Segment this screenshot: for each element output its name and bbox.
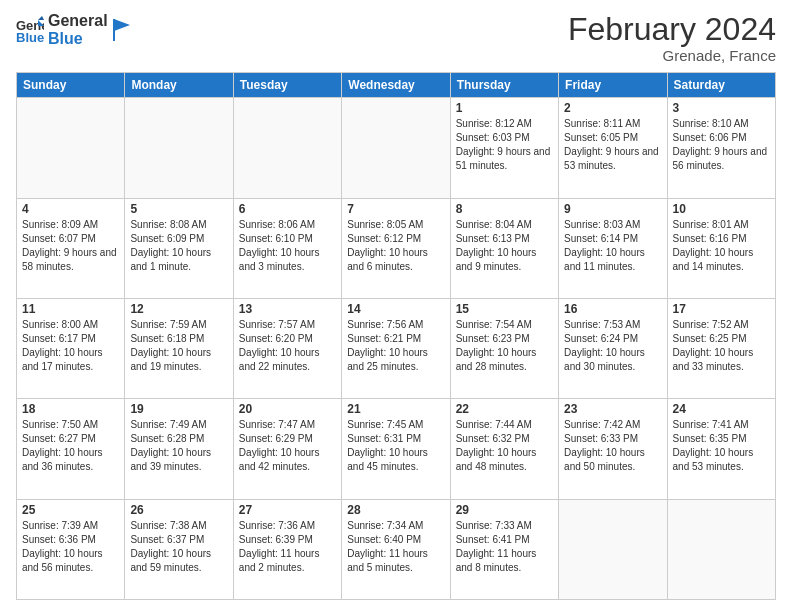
calendar-week-row: 4Sunrise: 8:09 AM Sunset: 6:07 PM Daylig… xyxy=(17,198,776,298)
day-info: Sunrise: 7:47 AM Sunset: 6:29 PM Dayligh… xyxy=(239,418,336,474)
day-info: Sunrise: 8:05 AM Sunset: 6:12 PM Dayligh… xyxy=(347,218,444,274)
calendar-cell: 22Sunrise: 7:44 AM Sunset: 6:32 PM Dayli… xyxy=(450,399,558,499)
calendar-cell: 3Sunrise: 8:10 AM Sunset: 6:06 PM Daylig… xyxy=(667,98,775,198)
day-number: 23 xyxy=(564,402,661,416)
calendar-cell: 7Sunrise: 8:05 AM Sunset: 6:12 PM Daylig… xyxy=(342,198,450,298)
day-info: Sunrise: 7:45 AM Sunset: 6:31 PM Dayligh… xyxy=(347,418,444,474)
calendar-cell: 29Sunrise: 7:33 AM Sunset: 6:41 PM Dayli… xyxy=(450,499,558,599)
day-number: 16 xyxy=(564,302,661,316)
svg-marker-5 xyxy=(114,19,130,31)
day-info: Sunrise: 8:08 AM Sunset: 6:09 PM Dayligh… xyxy=(130,218,227,274)
day-number: 26 xyxy=(130,503,227,517)
logo-general: General xyxy=(48,12,108,30)
calendar-week-row: 18Sunrise: 7:50 AM Sunset: 6:27 PM Dayli… xyxy=(17,399,776,499)
day-number: 25 xyxy=(22,503,119,517)
calendar-cell: 8Sunrise: 8:04 AM Sunset: 6:13 PM Daylig… xyxy=(450,198,558,298)
calendar-cell: 19Sunrise: 7:49 AM Sunset: 6:28 PM Dayli… xyxy=(125,399,233,499)
day-number: 7 xyxy=(347,202,444,216)
calendar-cell: 25Sunrise: 7:39 AM Sunset: 6:36 PM Dayli… xyxy=(17,499,125,599)
calendar-cell: 23Sunrise: 7:42 AM Sunset: 6:33 PM Dayli… xyxy=(559,399,667,499)
calendar-cell xyxy=(233,98,341,198)
calendar-cell: 16Sunrise: 7:53 AM Sunset: 6:24 PM Dayli… xyxy=(559,298,667,398)
calendar-cell: 26Sunrise: 7:38 AM Sunset: 6:37 PM Dayli… xyxy=(125,499,233,599)
day-number: 13 xyxy=(239,302,336,316)
calendar-cell: 9Sunrise: 8:03 AM Sunset: 6:14 PM Daylig… xyxy=(559,198,667,298)
day-number: 3 xyxy=(673,101,770,115)
calendar-cell: 6Sunrise: 8:06 AM Sunset: 6:10 PM Daylig… xyxy=(233,198,341,298)
calendar-cell: 14Sunrise: 7:56 AM Sunset: 6:21 PM Dayli… xyxy=(342,298,450,398)
title-block: February 2024 Grenade, France xyxy=(568,12,776,64)
calendar-cell: 20Sunrise: 7:47 AM Sunset: 6:29 PM Dayli… xyxy=(233,399,341,499)
day-number: 24 xyxy=(673,402,770,416)
calendar-cell xyxy=(667,499,775,599)
day-info: Sunrise: 8:04 AM Sunset: 6:13 PM Dayligh… xyxy=(456,218,553,274)
calendar-cell: 5Sunrise: 8:08 AM Sunset: 6:09 PM Daylig… xyxy=(125,198,233,298)
day-number: 22 xyxy=(456,402,553,416)
day-info: Sunrise: 7:41 AM Sunset: 6:35 PM Dayligh… xyxy=(673,418,770,474)
day-info: Sunrise: 8:09 AM Sunset: 6:07 PM Dayligh… xyxy=(22,218,119,274)
calendar-subtitle: Grenade, France xyxy=(568,47,776,64)
day-number: 27 xyxy=(239,503,336,517)
calendar-cell xyxy=(17,98,125,198)
day-info: Sunrise: 7:54 AM Sunset: 6:23 PM Dayligh… xyxy=(456,318,553,374)
calendar-cell xyxy=(559,499,667,599)
logo-blue: Blue xyxy=(48,30,108,48)
calendar-title: February 2024 xyxy=(568,12,776,47)
weekday-wednesday: Wednesday xyxy=(342,73,450,98)
day-info: Sunrise: 7:39 AM Sunset: 6:36 PM Dayligh… xyxy=(22,519,119,575)
day-info: Sunrise: 8:12 AM Sunset: 6:03 PM Dayligh… xyxy=(456,117,553,173)
day-number: 8 xyxy=(456,202,553,216)
calendar-cell: 12Sunrise: 7:59 AM Sunset: 6:18 PM Dayli… xyxy=(125,298,233,398)
weekday-header-row: SundayMondayTuesdayWednesdayThursdayFrid… xyxy=(17,73,776,98)
day-info: Sunrise: 8:10 AM Sunset: 6:06 PM Dayligh… xyxy=(673,117,770,173)
logo-flag-icon xyxy=(112,19,130,41)
day-info: Sunrise: 7:33 AM Sunset: 6:41 PM Dayligh… xyxy=(456,519,553,575)
day-number: 17 xyxy=(673,302,770,316)
day-info: Sunrise: 8:06 AM Sunset: 6:10 PM Dayligh… xyxy=(239,218,336,274)
weekday-sunday: Sunday xyxy=(17,73,125,98)
day-info: Sunrise: 8:03 AM Sunset: 6:14 PM Dayligh… xyxy=(564,218,661,274)
day-number: 1 xyxy=(456,101,553,115)
day-number: 4 xyxy=(22,202,119,216)
day-number: 28 xyxy=(347,503,444,517)
calendar-cell: 13Sunrise: 7:57 AM Sunset: 6:20 PM Dayli… xyxy=(233,298,341,398)
day-info: Sunrise: 7:56 AM Sunset: 6:21 PM Dayligh… xyxy=(347,318,444,374)
day-info: Sunrise: 7:49 AM Sunset: 6:28 PM Dayligh… xyxy=(130,418,227,474)
day-number: 12 xyxy=(130,302,227,316)
weekday-friday: Friday xyxy=(559,73,667,98)
day-number: 21 xyxy=(347,402,444,416)
calendar-cell: 17Sunrise: 7:52 AM Sunset: 6:25 PM Dayli… xyxy=(667,298,775,398)
calendar-cell: 11Sunrise: 8:00 AM Sunset: 6:17 PM Dayli… xyxy=(17,298,125,398)
day-number: 18 xyxy=(22,402,119,416)
day-info: Sunrise: 7:38 AM Sunset: 6:37 PM Dayligh… xyxy=(130,519,227,575)
calendar-week-row: 1Sunrise: 8:12 AM Sunset: 6:03 PM Daylig… xyxy=(17,98,776,198)
calendar-cell: 24Sunrise: 7:41 AM Sunset: 6:35 PM Dayli… xyxy=(667,399,775,499)
day-info: Sunrise: 7:36 AM Sunset: 6:39 PM Dayligh… xyxy=(239,519,336,575)
weekday-thursday: Thursday xyxy=(450,73,558,98)
day-number: 5 xyxy=(130,202,227,216)
day-info: Sunrise: 7:44 AM Sunset: 6:32 PM Dayligh… xyxy=(456,418,553,474)
day-number: 2 xyxy=(564,101,661,115)
logo-icon: General Blue xyxy=(16,16,44,44)
calendar-table: SundayMondayTuesdayWednesdayThursdayFrid… xyxy=(16,72,776,600)
weekday-tuesday: Tuesday xyxy=(233,73,341,98)
calendar-week-row: 25Sunrise: 7:39 AM Sunset: 6:36 PM Dayli… xyxy=(17,499,776,599)
calendar-cell: 28Sunrise: 7:34 AM Sunset: 6:40 PM Dayli… xyxy=(342,499,450,599)
calendar-cell: 15Sunrise: 7:54 AM Sunset: 6:23 PM Dayli… xyxy=(450,298,558,398)
calendar-cell: 4Sunrise: 8:09 AM Sunset: 6:07 PM Daylig… xyxy=(17,198,125,298)
day-number: 11 xyxy=(22,302,119,316)
day-number: 6 xyxy=(239,202,336,216)
calendar-cell: 10Sunrise: 8:01 AM Sunset: 6:16 PM Dayli… xyxy=(667,198,775,298)
calendar-cell: 27Sunrise: 7:36 AM Sunset: 6:39 PM Dayli… xyxy=(233,499,341,599)
day-info: Sunrise: 7:57 AM Sunset: 6:20 PM Dayligh… xyxy=(239,318,336,374)
day-info: Sunrise: 8:01 AM Sunset: 6:16 PM Dayligh… xyxy=(673,218,770,274)
day-info: Sunrise: 7:50 AM Sunset: 6:27 PM Dayligh… xyxy=(22,418,119,474)
calendar-cell: 1Sunrise: 8:12 AM Sunset: 6:03 PM Daylig… xyxy=(450,98,558,198)
page-header: General Blue General Blue February 2024 … xyxy=(16,12,776,64)
calendar-cell: 18Sunrise: 7:50 AM Sunset: 6:27 PM Dayli… xyxy=(17,399,125,499)
day-number: 10 xyxy=(673,202,770,216)
day-number: 14 xyxy=(347,302,444,316)
calendar-cell: 2Sunrise: 8:11 AM Sunset: 6:05 PM Daylig… xyxy=(559,98,667,198)
day-number: 20 xyxy=(239,402,336,416)
day-number: 15 xyxy=(456,302,553,316)
